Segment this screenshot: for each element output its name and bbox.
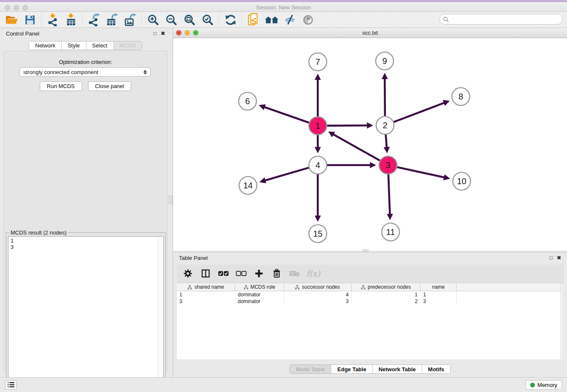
- column-label: MCDS role: [250, 284, 275, 290]
- close-table-panel-icon[interactable]: ✖: [557, 255, 561, 261]
- home-layout-button[interactable]: [262, 12, 281, 28]
- network-canvas[interactable]: 7968124314101511: [173, 38, 567, 251]
- table-cell[interactable]: 1: [421, 291, 457, 298]
- refresh-button[interactable]: [221, 12, 239, 28]
- table-header-row: shared nameMCDS rolesuccessor nodesprede…: [177, 283, 564, 291]
- deselect-all-button[interactable]: [235, 267, 247, 280]
- result-line: 1: [11, 237, 161, 244]
- tab-network[interactable]: Network: [29, 41, 62, 50]
- select-all-button[interactable]: [217, 267, 229, 280]
- column-header-shared-name[interactable]: shared name: [177, 283, 235, 291]
- toolbar-separator: [141, 14, 142, 26]
- tab-mcds[interactable]: MCDS: [114, 41, 142, 50]
- export-network-button[interactable]: [85, 12, 103, 28]
- graph-edge-3-1[interactable]: [330, 133, 380, 161]
- import-table-button[interactable]: [62, 12, 80, 28]
- open-session-button[interactable]: [3, 12, 21, 28]
- delete-table-button[interactable]: [289, 267, 300, 280]
- hide-panel-button[interactable]: [281, 12, 299, 28]
- table-cell[interactable]: 3: [284, 298, 352, 305]
- zoom-in-button[interactable]: [144, 12, 162, 28]
- table-settings-button[interactable]: [182, 267, 194, 280]
- float-table-panel-icon[interactable]: □: [550, 255, 553, 261]
- table-panel-title: Table Panel: [179, 255, 208, 261]
- table-cell[interactable]: dominator: [235, 291, 284, 298]
- control-panel: Control Panel □ ✖ NetworkStyleSelectMCDS…: [0, 28, 171, 377]
- tab-network-table[interactable]: Network Table: [373, 365, 422, 373]
- table-cell[interactable]: 2: [352, 298, 421, 305]
- table-cell[interactable]: 1: [177, 291, 235, 298]
- optimization-criterion-select[interactable]: strongly connected component: [19, 67, 151, 77]
- graph-edge-3-11[interactable]: [388, 174, 390, 218]
- table-row[interactable]: 1dominator411: [177, 291, 564, 298]
- selected-criterion: strongly connected component: [23, 69, 143, 75]
- show-columns-button[interactable]: [200, 267, 212, 280]
- open-folder-icon: [6, 14, 18, 25]
- delete-row-button[interactable]: [271, 267, 283, 280]
- graph-node-label-2: 2: [383, 121, 387, 130]
- table-scrollbar[interactable]: [561, 283, 564, 359]
- add-row-button[interactable]: [253, 267, 265, 280]
- graph-edge-3-10[interactable]: [397, 167, 447, 178]
- panel-splitter-handle[interactable]: [169, 196, 173, 204]
- search-box[interactable]: [439, 14, 563, 25]
- table-cell[interactable]: 3: [421, 298, 457, 305]
- close-panel-button[interactable]: Close panel: [88, 81, 132, 91]
- close-panel-icon[interactable]: ✖: [161, 30, 165, 36]
- toolbar-separator: [82, 14, 83, 26]
- graph-node-label-7: 7: [315, 57, 320, 66]
- zoom-selected-button[interactable]: [198, 12, 217, 28]
- export-image-button[interactable]: [121, 12, 139, 28]
- add-icon: [254, 269, 264, 278]
- export-image-icon: [124, 14, 137, 26]
- show-graphics-button[interactable]: [299, 12, 317, 28]
- column-header-successor-nodes[interactable]: successor nodes: [284, 283, 352, 291]
- mcds-result-list[interactable]: 13: [8, 236, 164, 392]
- import-network-icon: [47, 14, 59, 26]
- function-builder-button[interactable]: f(x): [306, 269, 320, 278]
- result-scrollbar[interactable]: [158, 237, 163, 392]
- table-panel-header: Table Panel □ ✖: [173, 252, 567, 264]
- run-mcds-button[interactable]: Run MCDS: [40, 81, 82, 91]
- import-network-button[interactable]: [44, 12, 62, 28]
- table-cell[interactable]: 3: [177, 298, 235, 305]
- column-label: shared name: [194, 284, 224, 290]
- column-header-MCDS-role[interactable]: MCDS role: [235, 283, 284, 291]
- graph-node-label-10: 10: [457, 177, 466, 186]
- graph-edge-2-8[interactable]: [394, 102, 448, 122]
- zoom-fit-button[interactable]: [180, 12, 198, 28]
- network-view-window: × − + scc.txt 7968124314101511: [173, 28, 567, 251]
- graph-edge-2-9[interactable]: [385, 75, 385, 116]
- zoom-out-button[interactable]: [162, 12, 180, 28]
- mcds-tab-content: Optimization criterion: strongly connect…: [3, 51, 168, 372]
- tab-select[interactable]: Select: [86, 41, 114, 50]
- show-panels-button[interactable]: [5, 380, 17, 389]
- table-cell[interactable]: dominator: [235, 298, 284, 305]
- graph-node-label-4: 4: [315, 160, 320, 170]
- graph-node-label-6: 6: [245, 97, 250, 106]
- column-header-filler: [457, 283, 564, 291]
- table-row[interactable]: 3dominator323: [177, 298, 564, 305]
- table-cell[interactable]: 4: [284, 291, 352, 298]
- tab-style[interactable]: Style: [62, 41, 86, 50]
- tab-node-table[interactable]: Node Table: [290, 365, 331, 373]
- home-icon: [264, 14, 279, 25]
- export-table-button[interactable]: [103, 12, 121, 28]
- column-header-name[interactable]: name: [421, 283, 457, 291]
- refresh-icon: [225, 14, 237, 26]
- graph-edge-1-2[interactable]: [327, 125, 371, 126]
- mcds-result-title: MCDS result (2 nodes): [9, 229, 68, 236]
- graph-edge-4-14[interactable]: [262, 168, 309, 181]
- graph-edge-1-6[interactable]: [261, 106, 309, 123]
- memory-button[interactable]: Memory: [526, 380, 562, 390]
- graph-node-label-14: 14: [243, 181, 253, 190]
- network-file-button[interactable]: [244, 12, 262, 28]
- save-session-button[interactable]: [21, 12, 39, 28]
- column-header-predecessor-nodes[interactable]: predecessor nodes: [352, 283, 421, 291]
- tab-edge-table[interactable]: Edge Table: [331, 365, 372, 373]
- float-panel-icon[interactable]: □: [154, 30, 157, 36]
- tab-motifs[interactable]: Motifs: [422, 365, 450, 373]
- table-cell[interactable]: 1: [352, 291, 421, 298]
- search-input[interactable]: [451, 16, 559, 22]
- graph-edge-2-3[interactable]: [386, 135, 387, 151]
